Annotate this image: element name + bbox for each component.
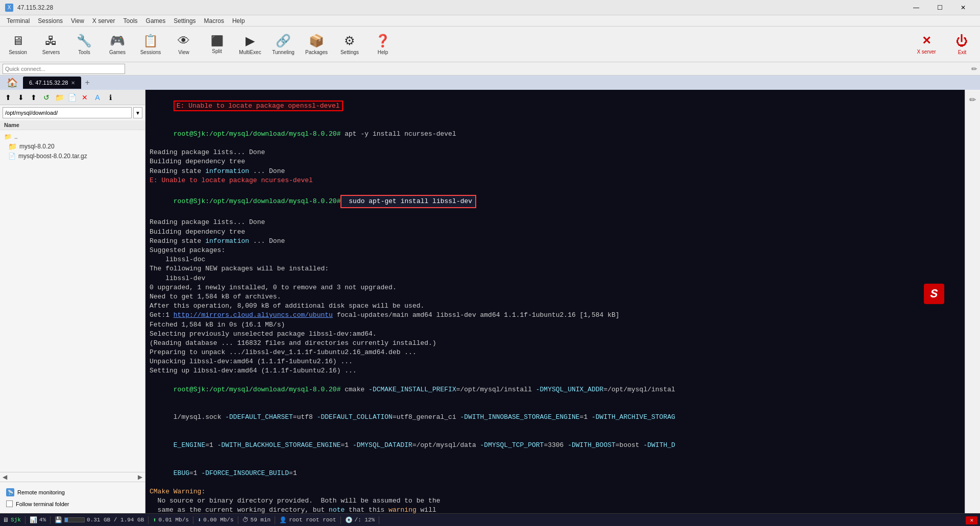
help-button[interactable]: ❓ Help — [368, 29, 398, 60]
status-session: 🖥 Sjk — [3, 516, 26, 524]
sidebar-download-btn[interactable]: ⬇ — [15, 92, 27, 103]
file-icon: 📄 — [8, 153, 16, 160]
xserver-button[interactable]: ✕ X server — [909, 29, 944, 60]
remote-monitoring[interactable]: 📡 Remote monitoring — [4, 486, 141, 498]
packages-icon: 📦 — [309, 34, 324, 48]
session-status-icon: 🖥 — [3, 516, 9, 524]
cmd: apt -y install ncurses-devel — [340, 130, 456, 138]
packages-button[interactable]: 📦 Packages — [301, 29, 332, 60]
exit-icon: ⏻ — [956, 34, 968, 48]
mem-icon: 💾 — [55, 516, 62, 524]
right-panel-icon: ✏ — [971, 65, 977, 73]
menu-view[interactable]: View — [67, 16, 88, 26]
menu-terminal[interactable]: Terminal — [3, 16, 34, 26]
toolbar-right: ✕ X server ⏻ Exit — [909, 29, 977, 60]
terminal-line: Get:1 http://mirrors.cloud.aliyuncs.com/… — [150, 311, 961, 320]
sidebar-upload-btn[interactable]: ⬆ — [28, 92, 39, 103]
right-sidebar: ✏ — [965, 90, 980, 513]
mysql-folder-label: mysql-8.0.20 — [19, 143, 55, 150]
upload-icon: ⬆ — [153, 516, 156, 524]
sidebar-newfile-btn[interactable]: 📄 — [66, 92, 78, 103]
terminal-line: root@Sjk:/opt/mysql/download/mysql-8.0.2… — [150, 120, 961, 148]
exit-button[interactable]: ⏻ Exit — [947, 29, 977, 60]
tree-parent-dir[interactable]: 📁 .. — [0, 132, 145, 141]
session-button[interactable]: 🖥 Session — [3, 29, 33, 60]
sidebar-newfolder-btn[interactable]: 📁 — [54, 92, 65, 103]
quick-connect-bar: ✏ — [0, 62, 980, 76]
tunneling-label: Tunneling — [272, 49, 295, 55]
tree-mysql-tarball[interactable]: 📄 mysql-boost-8.0.20.tar.gz — [0, 152, 145, 161]
view-button[interactable]: 👁 View — [168, 29, 199, 60]
pencil-icon[interactable]: ✏ — [967, 92, 978, 107]
tunneling-button[interactable]: 🔗 Tunneling — [268, 29, 299, 60]
follow-terminal-checkbox[interactable] — [6, 500, 13, 507]
multiexec-icon: ▶ — [246, 34, 255, 48]
tab-session[interactable]: 6. 47.115.32.28 ✕ — [23, 77, 81, 89]
terminal-line: libssl-dev — [150, 274, 961, 283]
scroll-left[interactable]: ◀ — [3, 473, 7, 481]
menu-tools[interactable]: Tools — [119, 16, 142, 26]
sidebar-up-btn[interactable]: ⬆ — [3, 92, 14, 103]
tools-label: Tools — [78, 49, 90, 55]
title-bar: X 47.115.32.28 — ☐ ✕ — [0, 0, 980, 15]
terminal-line: root@Sjk:/opt/mysql/download/mysql-8.0.2… — [150, 376, 961, 404]
sessions-label: Sessions — [140, 49, 161, 55]
terminal-line: Suggested packages: — [150, 246, 961, 255]
sessions-button[interactable]: 📋 Sessions — [135, 29, 166, 60]
menu-settings[interactable]: Settings — [169, 16, 200, 26]
folder-icon: 📁 — [8, 142, 17, 151]
tab-close-icon[interactable]: ✕ — [71, 80, 75, 86]
tunneling-icon: 🔗 — [276, 34, 291, 48]
status-memory: 💾 0.31 GB / 1.94 GB — [55, 516, 149, 524]
menu-macros[interactable]: Macros — [200, 16, 228, 26]
sidebar-scroll: ◀ ▶ — [0, 472, 145, 482]
path-dropdown[interactable]: ▼ — [133, 107, 142, 118]
tools-button[interactable]: 🔧 Tools — [69, 29, 100, 60]
terminal-line: libssl-doc — [150, 255, 961, 264]
tree-mysql-folder[interactable]: 📁 mysql-8.0.20 — [0, 141, 145, 152]
quick-connect-input[interactable] — [3, 64, 125, 74]
minimize-button[interactable]: — — [904, 0, 928, 15]
exit-label: Exit — [958, 49, 967, 55]
path-bar: ▼ — [0, 105, 145, 120]
home-icon[interactable]: 🏠 — [3, 77, 22, 88]
terminal-line: Building dependency tree — [150, 228, 961, 237]
menu-games[interactable]: Games — [142, 16, 170, 26]
session-label: Session — [9, 49, 27, 55]
close-status-btn[interactable]: ✕ — [966, 517, 977, 523]
disk-icon: 💿 — [345, 516, 353, 524]
menu-sessions[interactable]: Sessions — [34, 16, 67, 26]
sidebar-refresh-btn[interactable]: ↺ — [41, 92, 52, 103]
status-bar: 🖥 Sjk 📊 4% 💾 0.31 GB / 1.94 GB ⬆ 0.01 Mb… — [0, 513, 980, 526]
scroll-right[interactable]: ▶ — [138, 473, 142, 481]
main-layout: ⬆ ⬇ ⬆ ↺ 📁 📄 ✕ A ℹ ▼ Name 📁 .. 📁 mysql-8.… — [0, 90, 980, 513]
menu-xserver[interactable]: X server — [88, 16, 119, 26]
status-download: ⬇ 0.00 Mb/s — [198, 516, 238, 524]
error-highlight: E: Unable to locate package openssl-deve… — [174, 101, 343, 111]
games-button[interactable]: 🎮 Games — [102, 29, 133, 60]
terminal-area[interactable]: E: Unable to locate package openssl-deve… — [145, 90, 965, 513]
maximize-button[interactable]: ☐ — [928, 0, 951, 15]
split-button[interactable]: ⬛ Split — [202, 29, 232, 60]
follow-terminal[interactable]: Follow terminal folder — [4, 498, 141, 509]
cmd-highlight: sudo apt-get install libssl-dev — [340, 195, 476, 208]
session-icon: 🖥 — [12, 34, 24, 48]
servers-button[interactable]: 🖧 Servers — [36, 29, 66, 60]
multiexec-button[interactable]: ▶ MultiExec — [235, 29, 265, 60]
packages-label: Packages — [305, 49, 328, 55]
close-button[interactable]: ✕ — [951, 0, 975, 15]
s-logo: S — [924, 284, 944, 304]
new-tab-button[interactable]: + — [82, 78, 92, 87]
sidebar-info-btn[interactable]: ℹ — [105, 92, 116, 103]
sessions-icon: 📋 — [143, 34, 158, 48]
sidebar-delete-btn[interactable]: ✕ — [79, 92, 90, 103]
sidebar-edit-btn[interactable]: A — [92, 92, 103, 103]
tab-bar: 🏠 6. 47.115.32.28 ✕ + — [0, 76, 980, 90]
terminal-line: Need to get 1,584 kB of archives. — [150, 292, 961, 302]
menu-help[interactable]: Help — [228, 16, 249, 26]
file-tree-header: Name — [0, 120, 145, 130]
path-input[interactable] — [3, 107, 132, 118]
status-time: ⏱ 59 min — [242, 516, 276, 524]
terminal-line: Fetched 1,584 kB in 0s (16.1 MB/s) — [150, 320, 961, 330]
settings-button[interactable]: ⚙ Settings — [334, 29, 365, 60]
